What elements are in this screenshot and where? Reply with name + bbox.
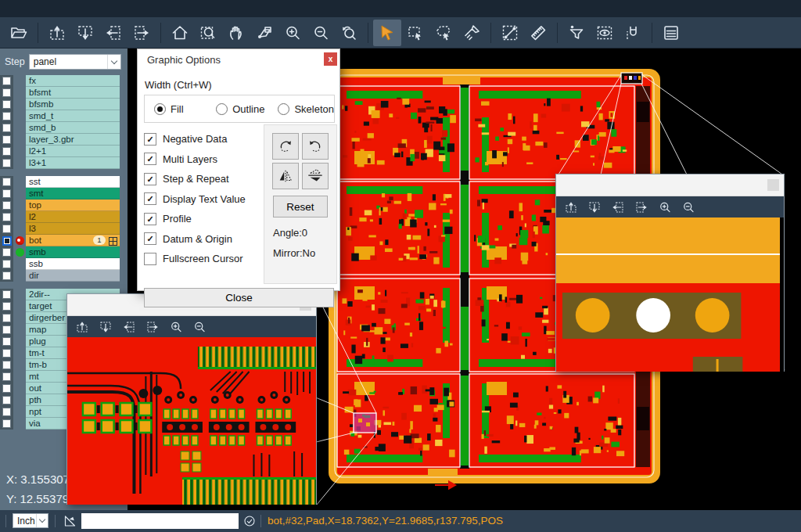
layer-visibility-checkbox[interactable] xyxy=(0,87,13,99)
open-button[interactable] xyxy=(5,20,33,46)
select-tool-button[interactable] xyxy=(373,20,401,46)
layer-visibility-checkbox[interactable] xyxy=(0,258,13,270)
layer-label[interactable]: smd_t xyxy=(26,110,120,122)
layer-visibility-checkbox[interactable] xyxy=(0,289,13,300)
layer-label[interactable]: l2+1 xyxy=(26,146,120,157)
layer-visibility-checkbox[interactable] xyxy=(0,347,13,359)
pan-down-button[interactable] xyxy=(583,198,606,217)
zoom-in-button[interactable] xyxy=(653,198,677,217)
apply-icon[interactable] xyxy=(243,515,256,530)
layer-label[interactable]: bfsmb xyxy=(26,99,120,110)
layer-row[interactable]: smd_b xyxy=(0,122,128,134)
display-option-checkbox[interactable]: Datum & Origin xyxy=(144,229,261,250)
layer-visibility-checkbox[interactable] xyxy=(0,394,13,406)
layer-row[interactable]: l2 xyxy=(0,211,128,223)
layer-label[interactable]: ssb xyxy=(26,258,120,270)
display-option-checkbox[interactable]: Step & Repeat xyxy=(144,169,261,189)
layer-visibility-checkbox[interactable] xyxy=(0,134,13,146)
layer-visibility-checkbox[interactable] xyxy=(0,176,13,188)
layer-row[interactable]: smd_t xyxy=(0,110,128,122)
layer-row[interactable]: dir xyxy=(0,270,128,282)
layer-label[interactable]: l3 xyxy=(26,223,120,235)
mirror-vertical-button[interactable] xyxy=(302,163,329,189)
pan-left-button[interactable] xyxy=(606,198,630,217)
view-options-button[interactable] xyxy=(591,20,619,46)
layer-row[interactable]: sst xyxy=(0,176,128,188)
pan-up-button[interactable] xyxy=(43,20,71,46)
layer-row[interactable]: fx xyxy=(0,75,128,87)
filter-button[interactable] xyxy=(562,20,591,46)
close-icon[interactable]: x xyxy=(324,52,337,66)
display-option-checkbox[interactable]: Multi Layers xyxy=(144,149,261,170)
layer-visibility-checkbox[interactable] xyxy=(0,418,13,430)
layer-visibility-checkbox[interactable] xyxy=(0,99,13,110)
pan-down-button[interactable] xyxy=(71,20,99,46)
layer-row[interactable]: top xyxy=(0,200,128,211)
snap-button[interactable] xyxy=(619,20,647,46)
zoom-window-2-view[interactable] xyxy=(556,217,784,372)
layer-visibility-checkbox[interactable] xyxy=(0,157,13,169)
layer-visibility-checkbox[interactable] xyxy=(0,270,13,282)
layer-visibility-checkbox[interactable] xyxy=(0,200,13,211)
zoom-window-button[interactable] xyxy=(194,20,222,46)
measure-distance-button[interactable] xyxy=(496,20,524,46)
layer-row[interactable]: l3 xyxy=(0,223,128,235)
width-radio[interactable]: Fill xyxy=(154,103,207,115)
clear-highlight-button[interactable] xyxy=(458,20,486,46)
layer-visibility-checkbox[interactable] xyxy=(0,383,13,394)
layer-label[interactable]: fx xyxy=(26,75,120,87)
layer-row[interactable]: smt xyxy=(0,188,128,200)
layer-label[interactable]: smb xyxy=(26,246,120,258)
layer-visibility-checkbox[interactable] xyxy=(0,359,13,371)
layer-label[interactable]: l2 xyxy=(26,211,120,223)
layer-visibility-checkbox[interactable] xyxy=(0,336,13,347)
zoom-out-button[interactable] xyxy=(188,318,211,336)
layer-visibility-checkbox[interactable] xyxy=(0,146,13,157)
layer-row[interactable]: bfsmb xyxy=(0,99,128,110)
zoom-in-button[interactable] xyxy=(164,318,188,336)
layer-label[interactable]: top xyxy=(26,200,120,211)
layer-visibility-checkbox[interactable] xyxy=(0,75,13,87)
zoom-previous-button[interactable] xyxy=(335,20,363,46)
pan-down-button[interactable] xyxy=(94,318,117,336)
layer-visibility-checkbox[interactable] xyxy=(0,406,13,418)
display-option-checkbox[interactable]: Fullscreen Cursor xyxy=(144,249,261,269)
dialog-titlebar[interactable]: Graphic Options x xyxy=(138,49,339,70)
layer-visibility-checkbox[interactable] xyxy=(0,122,13,134)
command-input[interactable] xyxy=(81,513,239,529)
mirror-horizontal-button[interactable] xyxy=(272,163,299,189)
rotate-ccw-button[interactable] xyxy=(302,133,329,160)
zoom-polygon-button[interactable] xyxy=(250,20,278,46)
display-option-checkbox[interactable]: Negative Data xyxy=(144,129,261,149)
select-window-button[interactable] xyxy=(401,20,429,46)
pan-up-button[interactable] xyxy=(559,198,583,217)
layer-visibility-checkbox[interactable] xyxy=(0,300,13,312)
pan-left-button[interactable] xyxy=(99,20,128,46)
layer-visibility-checkbox[interactable] xyxy=(0,188,13,200)
reset-button[interactable]: Reset xyxy=(273,196,328,217)
layer-row[interactable]: bot 1 xyxy=(0,235,128,246)
layer-visibility-checkbox[interactable] xyxy=(0,312,13,324)
width-radio[interactable]: Outline xyxy=(216,103,268,115)
layer-label[interactable]: bot xyxy=(26,235,120,246)
zoom-out-button[interactable] xyxy=(677,198,700,217)
layer-label[interactable]: layer_3.gbr xyxy=(26,134,120,146)
rotate-cw-button[interactable] xyxy=(272,133,299,160)
pan-left-button[interactable] xyxy=(117,318,141,336)
layer-row[interactable]: bfsmt xyxy=(0,87,128,99)
display-option-checkbox[interactable]: Profile xyxy=(144,209,261,229)
angle-measure-icon[interactable] xyxy=(63,514,77,531)
layer-row[interactable]: smb xyxy=(0,246,128,258)
zoom-window-2-titlebar[interactable] xyxy=(556,174,784,196)
layer-row[interactable]: ssb xyxy=(0,258,128,270)
unit-select[interactable]: Inch xyxy=(13,513,48,528)
ruler-button[interactable] xyxy=(524,20,552,46)
layer-label[interactable]: sst xyxy=(26,176,120,188)
pan-right-button[interactable] xyxy=(141,318,164,336)
layer-visibility-checkbox[interactable] xyxy=(0,371,13,383)
layer-row[interactable]: l2+1 xyxy=(0,146,128,157)
pan-right-button[interactable] xyxy=(128,20,156,46)
layer-visibility-checkbox[interactable] xyxy=(0,235,13,246)
layer-visibility-checkbox[interactable] xyxy=(0,324,13,336)
layer-visibility-checkbox[interactable] xyxy=(0,110,13,122)
